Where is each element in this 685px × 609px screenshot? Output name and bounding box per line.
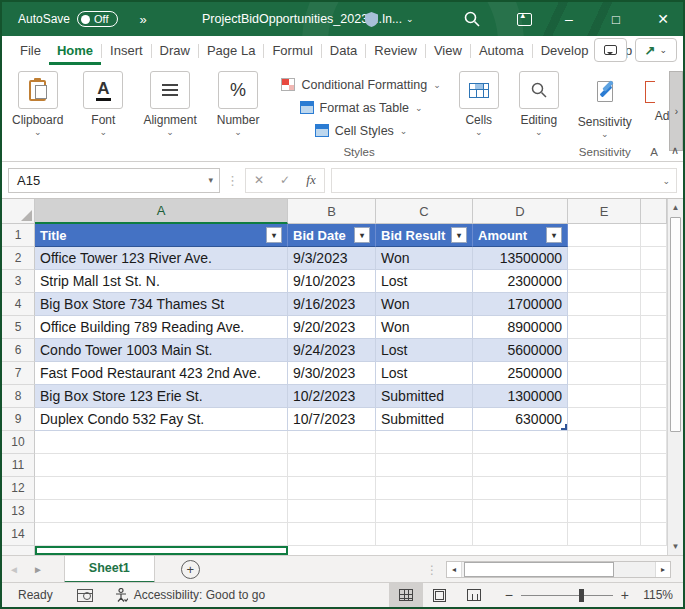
cell-a11[interactable] [35,454,288,477]
scroll-right-button[interactable]: ▸ [655,562,670,577]
cell-a2[interactable]: Office Tower 123 River Ave. [35,247,288,270]
cell-d3[interactable]: 2300000 [473,270,568,293]
cell-d5[interactable]: 8900000 [473,316,568,339]
cell-e4[interactable] [568,293,641,316]
row-header-3[interactable]: 3 [2,270,35,293]
cell-c8[interactable]: Submitted [376,385,473,408]
cell-b10[interactable] [288,431,376,454]
row-header-6[interactable]: 6 [2,339,35,362]
font-button[interactable]: A Font ⌄ [83,71,123,136]
row-header-15[interactable] [2,546,35,555]
quick-access-overflow-button[interactable]: » [140,12,147,27]
tab-draw[interactable]: Draw [152,36,198,65]
cell-e6[interactable] [568,339,641,362]
cell-e1[interactable] [568,224,641,247]
cell-c9[interactable]: Submitted [376,408,473,431]
maximize-button[interactable]: □ [594,2,638,36]
clipboard-button[interactable]: Clipboard ⌄ [12,71,63,136]
row-header-1[interactable]: 1 [2,224,35,247]
cell-b4[interactable]: 9/16/2023 [288,293,376,316]
horizontal-scrollbar[interactable]: ⋮ ◂ ▸ [426,560,671,579]
cell-b14[interactable] [288,523,376,546]
cell-c3[interactable]: Lost [376,270,473,293]
table-header-bid-date[interactable]: Bid Date ▾ [288,224,376,247]
tab-data[interactable]: Data [322,36,365,65]
zoom-slider-thumb[interactable] [579,589,584,602]
cell-c12[interactable] [376,477,473,500]
cell-b8[interactable]: 10/2/2023 [288,385,376,408]
cell-c6[interactable]: Lost [376,339,473,362]
minimize-button[interactable]: – [547,2,591,36]
enter-button[interactable]: ✓ [272,173,298,187]
filter-dropdown-bid-result[interactable]: ▾ [451,227,467,243]
formula-input[interactable]: ⌄ [331,168,677,193]
number-button[interactable]: % Number ⌄ [217,71,260,136]
cell-a10[interactable] [35,431,288,454]
tab-automate[interactable]: Automa [471,36,532,65]
zoom-in-button[interactable]: + [621,587,629,603]
name-box[interactable]: A15 ▾ [8,168,220,193]
comments-button[interactable] [594,38,627,62]
tab-developer[interactable]: Develop [533,36,597,65]
conditional-formatting-button[interactable]: Conditional Formatting ⌄ [281,73,440,96]
cell-e10[interactable] [568,431,641,454]
page-break-preview-button[interactable] [457,583,491,608]
table-header-amount[interactable]: Amount ▾ [473,224,568,247]
formula-bar-drag-dots[interactable]: ⋮ [226,173,239,188]
cell-a13[interactable] [35,500,288,523]
tab-page-layout[interactable]: Page La [199,36,263,65]
search-button[interactable] [450,2,494,36]
cell-e3[interactable] [568,270,641,293]
insert-function-button[interactable]: fx [298,172,324,188]
scroll-left-button[interactable]: ◂ [447,562,462,577]
cell-b5[interactable]: 9/20/2023 [288,316,376,339]
cell-a4[interactable]: Big Box Store 734 Thames St [35,293,288,316]
row-header-12[interactable]: 12 [2,477,35,500]
cell-a6[interactable]: Condo Tower 1003 Main St. [35,339,288,362]
page-layout-button[interactable] [423,583,457,608]
cell-c7[interactable]: Lost [376,362,473,385]
cell-a12[interactable] [35,477,288,500]
tab-insert[interactable]: Insert [102,36,151,65]
column-header-a[interactable]: A [35,199,288,224]
cell-d13[interactable] [473,500,568,523]
sensitivity-button[interactable]: Sensitivity ⌄ [578,71,632,138]
cell-styles-button[interactable]: Cell Styles ⌄ [315,119,408,142]
ribbon-display-options-button[interactable] [502,2,546,36]
sheet-tab-sheet1[interactable]: Sheet1 [64,556,155,583]
close-button[interactable]: ✕ [641,2,683,36]
cell-e7[interactable] [568,362,641,385]
normal-view-button[interactable] [389,583,423,608]
row-header-14[interactable]: 14 [2,523,35,546]
filter-dropdown-bid-date[interactable]: ▾ [354,227,370,243]
cell-e14[interactable] [568,523,641,546]
cell-c4[interactable]: Won [376,293,473,316]
row-header-13[interactable]: 13 [2,500,35,523]
expand-formula-bar-icon[interactable]: ⌄ [662,176,670,186]
cell-a5[interactable]: Office Building 789 Reading Ave. [35,316,288,339]
cell-c2[interactable]: Won [376,247,473,270]
zoom-out-button[interactable]: − [505,587,513,603]
column-header-b[interactable]: B [288,199,376,224]
cell-b11[interactable] [288,454,376,477]
row-header-8[interactable]: 8 [2,385,35,408]
table-header-bid-result[interactable]: Bid Result ▾ [376,224,473,247]
row-header-7[interactable]: 7 [2,362,35,385]
cell-a3[interactable]: Strip Mall 1st St. N. [35,270,288,293]
ribbon-overflow-strip[interactable]: › [669,71,683,151]
cell-c13[interactable] [376,500,473,523]
cell-d10[interactable] [473,431,568,454]
cell-d12[interactable] [473,477,568,500]
scroll-up-button[interactable]: ▲ [668,199,683,216]
select-all-button[interactable] [2,199,35,224]
cell-c11[interactable] [376,454,473,477]
tab-file[interactable]: File [12,36,49,65]
cell-d4[interactable]: 1700000 [473,293,568,316]
cells-button[interactable]: Cells ⌄ [459,71,499,136]
tab-formulas[interactable]: Formul [264,36,320,65]
zoom-slider[interactable] [521,595,613,596]
row-header-5[interactable]: 5 [2,316,35,339]
cell-e13[interactable] [568,500,641,523]
row-header-2[interactable]: 2 [2,247,35,270]
row-header-11[interactable]: 11 [2,454,35,477]
